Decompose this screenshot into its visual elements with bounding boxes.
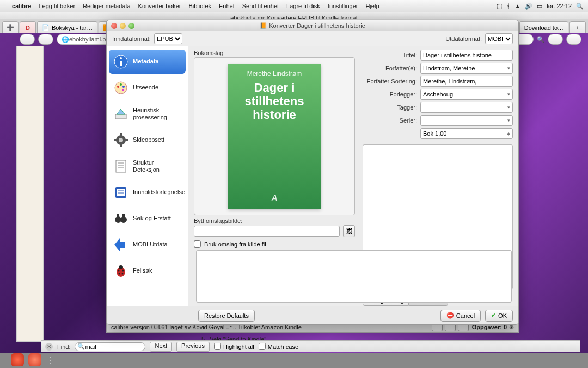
arrow-left-icon	[113, 237, 128, 252]
wifi-icon[interactable]: ▲	[514, 3, 520, 9]
svg-point-10	[119, 138, 123, 142]
svg-rect-1	[120, 61, 122, 66]
ok-button[interactable]: ✔ OK	[485, 310, 513, 322]
menu-item[interactable]: Rediger metadata	[83, 3, 130, 9]
dialog-titlebar[interactable]: 📙 Konverter Dager i stillhetens historie	[107, 20, 518, 31]
battery-icon[interactable]: ▭	[537, 3, 542, 10]
svg-rect-11	[120, 133, 122, 136]
highlight-all-toggle[interactable]: Highlight all	[214, 343, 254, 350]
bluetooth-icon[interactable]: ᚼ	[506, 3, 510, 9]
dropbox-icon[interactable]: ⬚	[497, 3, 502, 10]
menu-item[interactable]: Konverter bøker	[138, 3, 181, 9]
volume-icon[interactable]: 🔊	[525, 3, 532, 10]
dock-app-icon[interactable]	[11, 353, 24, 366]
input-format-label: Inndataformat:	[112, 35, 151, 42]
svg-rect-8	[115, 114, 126, 119]
folder-icon: 🖼	[346, 228, 352, 234]
close-findbar-button[interactable]: ✕	[45, 343, 53, 351]
menu-item[interactable]: Lagre til disk	[286, 3, 320, 9]
publisher-field[interactable]: Aschehoug	[420, 89, 513, 100]
app-name-menu[interactable]: calibre	[12, 3, 31, 9]
sidebar-item-structure[interactable]: Struktur Deteksjon	[109, 154, 186, 178]
svg-point-7	[122, 89, 124, 91]
authors-label: Forfatter(e):	[363, 65, 417, 71]
series-label: Serier:	[363, 117, 417, 124]
swap-cover-input[interactable]	[194, 226, 340, 237]
sidebar-item-label: MOBI Utdata	[133, 241, 168, 248]
sidebar-item-search[interactable]: Søk og Erstatt	[109, 207, 186, 231]
sidebar-item-metadata[interactable]: Metadata	[109, 50, 186, 74]
palette-icon	[113, 80, 128, 95]
book-icon	[113, 185, 128, 200]
search-icon: 🔍	[77, 343, 85, 350]
home-button[interactable]	[548, 34, 563, 45]
dock-app-icon[interactable]	[28, 353, 41, 366]
back-button[interactable]	[20, 34, 35, 45]
sidebar-item-label: Struktur Deteksjon	[133, 159, 181, 173]
new-tab-button[interactable]: +	[569, 21, 586, 33]
bookmarks-button[interactable]	[566, 34, 581, 45]
forward-button[interactable]	[38, 34, 53, 45]
svg-point-4	[117, 86, 119, 88]
svg-point-2	[120, 57, 122, 59]
authorsort-field[interactable]	[420, 76, 513, 87]
menu-item[interactable]: Send til enhet	[242, 3, 279, 9]
sidebar-item-debug[interactable]: Feilsøk	[109, 259, 186, 283]
page-sidebar-art	[16, 46, 44, 342]
browser-tab[interactable]: Download to…	[519, 21, 568, 33]
clock[interactable]: lør. 22:12	[547, 3, 572, 9]
series-field[interactable]	[420, 115, 513, 126]
menu-item[interactable]: Bibliotek	[188, 3, 211, 9]
find-prev-button[interactable]: Previous	[176, 342, 210, 352]
output-format-select[interactable]: MOBI	[485, 33, 513, 44]
sidebar-item-heuristic[interactable]: Heuristisk prosessering	[109, 102, 186, 126]
find-input[interactable]	[75, 342, 145, 351]
tags-label: Tagger:	[363, 104, 417, 111]
sidebar-item-toc[interactable]: Innholdsfortegnelse	[109, 180, 186, 204]
browse-file-button[interactable]: 🖼	[343, 225, 355, 237]
menu-item[interactable]: Enhet	[219, 3, 235, 9]
ok-icon: ✔	[491, 312, 496, 319]
use-source-cover-checkbox[interactable]	[194, 240, 201, 248]
menu-item[interactable]: Legg til bøker	[39, 3, 75, 9]
dialog-sidebar: Metadata Utseende Heuristisk prosesserin…	[107, 46, 188, 306]
menu-item[interactable]: Innstillinger	[328, 3, 358, 9]
browser-tab[interactable]: ➕	[2, 21, 19, 33]
svg-point-28	[119, 265, 123, 269]
svg-rect-20	[117, 189, 125, 196]
tags-field[interactable]	[420, 102, 513, 113]
restore-defaults-button[interactable]: Restore Defaults	[198, 310, 255, 322]
series-index-stepper[interactable]: Bok 1,00	[420, 128, 513, 139]
sidebar-item-look[interactable]: Utseende	[109, 76, 186, 100]
dock: ⋮	[11, 353, 54, 368]
svg-point-5	[120, 83, 122, 86]
sidebar-item-label: Søk og Erstatt	[133, 215, 171, 222]
cover-section-label: Bokomslag	[194, 50, 355, 56]
document-icon	[113, 159, 128, 174]
svg-rect-12	[120, 144, 122, 147]
sidebar-item-label: Feilsøk	[133, 267, 152, 274]
sidebar-item-pagesetup[interactable]: Sideoppsett	[109, 128, 186, 152]
authors-field[interactable]: Lindstrøm, Merethe	[420, 63, 513, 74]
sidebar-item-label: Metadata	[133, 58, 159, 65]
sidebar-item-label: Heuristisk prosessering	[133, 107, 181, 121]
browser-tab[interactable]: 📄Bokskya - tar…	[37, 21, 97, 33]
match-case-toggle[interactable]: Match case	[259, 343, 298, 350]
spotlight-icon[interactable]: 🔍	[576, 3, 584, 10]
sidebar-item-mobi[interactable]: MOBI Utdata	[109, 233, 186, 257]
book-cover: Merethe Lindstrøm Dager i stillhetens hi…	[228, 64, 321, 209]
sidebar-item-label: Utseende	[133, 84, 158, 91]
input-format-select[interactable]: EPUB	[154, 33, 182, 44]
svg-rect-13	[114, 139, 117, 141]
title-field[interactable]	[420, 50, 513, 61]
binoculars-icon	[113, 211, 128, 226]
cancel-button[interactable]: ⛔ Cancel	[440, 310, 481, 322]
find-next-button[interactable]: Next	[150, 342, 172, 352]
gear-icon	[113, 132, 128, 148]
gmail-tab[interactable]: D	[20, 21, 36, 33]
dock-separator: ⋮	[46, 355, 54, 365]
svg-point-31	[119, 273, 120, 275]
convert-dialog: 📙 Konverter Dager i stillhetens historie…	[106, 20, 519, 325]
svg-rect-14	[125, 139, 128, 141]
menu-item[interactable]: Hjelp	[365, 3, 379, 9]
